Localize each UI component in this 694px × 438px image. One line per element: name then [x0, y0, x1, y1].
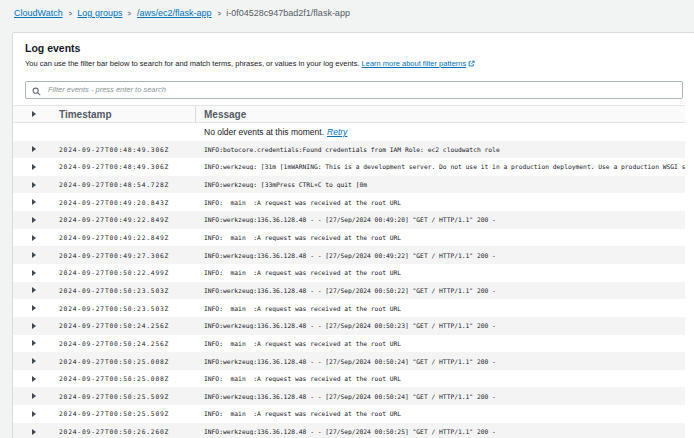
log-row: 2024-09-27T00:50:24.256Z INFO:werkzeug:1… — [13, 317, 685, 335]
log-table: Timestamp Message No older events at thi… — [13, 105, 685, 438]
log-message: INFO:__main__:A request was received at … — [196, 234, 685, 241]
notice-text: No older events at this moment. — [204, 127, 324, 137]
log-timestamp: 2024-09-27T00:50:24.256Z — [59, 322, 196, 329]
breadcrumb: CloudWatch > Log groups > /aws/ec2/flask… — [14, 8, 350, 18]
log-timestamp: 2024-09-27T00:50:22.499Z — [59, 269, 196, 276]
log-message: INFO:werkzeug: [33mPress CTRL+C to quit … — [196, 181, 685, 188]
log-message: INFO:werkzeug:136.36.128.48 - - [27/Sep/… — [196, 358, 685, 365]
log-timestamp: 2024-09-27T00:49:27.306Z — [59, 252, 196, 259]
log-events-card: Log events You can use the filter bar be… — [12, 32, 694, 438]
log-message: INFO:__main__:A request was received at … — [196, 269, 685, 276]
external-link-icon — [468, 60, 475, 69]
log-row: 2024-09-27T00:48:49.306Z INFO:botocore.c… — [13, 141, 685, 159]
log-message: INFO:werkzeug:136.36.128.48 - - [27/Sep/… — [196, 322, 685, 329]
log-timestamp: 2024-09-27T00:48:54.728Z — [59, 181, 196, 188]
expand-arrow-icon[interactable] — [32, 270, 36, 276]
description-text: You can use the filter bar below to sear… — [25, 59, 359, 68]
log-timestamp: 2024-09-27T00:50:23.503Z — [59, 287, 196, 294]
log-timestamp: 2024-09-27T00:50:24.256Z — [59, 340, 196, 347]
log-timestamp: 2024-09-27T00:50:23.503Z — [59, 305, 196, 312]
expand-arrow-icon[interactable] — [32, 429, 36, 435]
expand-arrow-icon[interactable] — [32, 235, 36, 241]
log-row: 2024-09-27T00:50:22.499Z INFO:__main__:A… — [13, 264, 685, 282]
log-row: 2024-09-27T00:50:25.509Z INFO:__main__:A… — [13, 405, 685, 423]
expand-arrow-icon[interactable] — [32, 340, 36, 346]
expand-arrow-icon[interactable] — [32, 164, 36, 170]
description: You can use the filter bar below to sear… — [25, 59, 683, 69]
expand-arrow-icon[interactable] — [32, 305, 36, 311]
log-timestamp: 2024-09-27T00:50:25.509Z — [59, 393, 196, 400]
page-title: Log events — [25, 42, 683, 54]
log-row: 2024-09-27T00:48:49.306Z INFO:werkzeug: … — [13, 158, 685, 176]
log-row: 2024-09-27T00:50:24.256Z INFO:__main__:A… — [13, 335, 685, 353]
log-timestamp: 2024-09-27T00:50:25.509Z — [59, 410, 196, 417]
breadcrumb-link-log-groups[interactable]: Log groups — [77, 8, 122, 18]
breadcrumb-link-cloudwatch[interactable]: CloudWatch — [14, 8, 63, 18]
log-message: INFO:werkzeug:136.36.128.48 - - [27/Sep/… — [196, 252, 685, 259]
log-row: 2024-09-27T00:49:22.849Z INFO:werkzeug:1… — [13, 211, 685, 229]
retry-link[interactable]: Retry — [327, 127, 347, 137]
log-timestamp: 2024-09-27T00:50:25.008Z — [59, 375, 196, 382]
expand-arrow-icon[interactable] — [32, 358, 36, 364]
log-message: INFO:werkzeug: [31m [1mWARNING: This is … — [196, 163, 685, 170]
expand-arrow-icon[interactable] — [32, 323, 36, 329]
breadcrumb-separator: > — [68, 9, 71, 18]
log-message: INFO:werkzeug:136.36.128.48 - - [27/Sep/… — [196, 287, 685, 294]
expand-arrow-icon[interactable] — [32, 393, 36, 399]
log-message: INFO:__main__:A request was received at … — [196, 410, 685, 417]
expand-arrow-icon[interactable] — [32, 287, 36, 293]
log-timestamp: 2024-09-27T00:49:22.849Z — [59, 216, 196, 223]
filter-bar — [25, 78, 683, 96]
log-row: 2024-09-27T00:49:27.306Z INFO:werkzeug:1… — [13, 246, 685, 264]
log-message: INFO:werkzeug:136.36.128.48 - - [27/Sep/… — [196, 428, 685, 435]
expand-arrow-icon[interactable] — [32, 411, 36, 417]
log-rows-container: 2024-09-27T00:48:49.306Z INFO:botocore.c… — [13, 141, 685, 438]
log-message: INFO:botocore.credentials:Found credenti… — [196, 146, 685, 153]
log-row: 2024-09-27T00:49:22.849Z INFO:__main__:A… — [13, 229, 685, 247]
log-timestamp: 2024-09-27T00:49:22.849Z — [59, 234, 196, 241]
breadcrumb-current: i-0f04528c947bad2f1/flask-app — [226, 8, 350, 18]
log-message: INFO:werkzeug:136.36.128.48 - - [27/Sep/… — [196, 216, 685, 223]
column-header-message: Message — [204, 109, 246, 120]
breadcrumb-link-log-group[interactable]: /aws/ec2/flask-app — [137, 8, 212, 18]
log-row: 2024-09-27T00:50:23.503Z INFO:werkzeug:1… — [13, 282, 685, 300]
expand-arrow-icon[interactable] — [32, 146, 36, 152]
learn-more-link[interactable]: Learn more about filter patterns — [362, 59, 467, 68]
expand-arrow-icon[interactable] — [32, 376, 36, 382]
log-message: INFO:__main__:A request was received at … — [196, 375, 685, 382]
log-row: 2024-09-27T00:49:20.843Z INFO:__main__:A… — [13, 193, 685, 211]
log-row: 2024-09-27T00:50:25.008Z INFO:werkzeug:1… — [13, 352, 685, 370]
log-message: INFO:__main__:A request was received at … — [196, 305, 685, 312]
log-row: 2024-09-27T00:48:54.728Z INFO:werkzeug: … — [13, 176, 685, 194]
log-timestamp: 2024-09-27T00:50:26.260Z — [59, 428, 196, 435]
log-row: 2024-09-27T00:50:25.509Z INFO:werkzeug:1… — [13, 387, 685, 405]
notice-row: No older events at this moment.Retry — [13, 123, 685, 141]
breadcrumb-separator: > — [128, 9, 131, 18]
log-message: INFO:werkzeug:136.36.128.48 - - [27/Sep/… — [196, 393, 685, 400]
column-header-timestamp: Timestamp — [59, 109, 112, 120]
log-row: 2024-09-27T00:50:25.008Z INFO:__main__:A… — [13, 370, 685, 388]
log-timestamp: 2024-09-27T00:48:49.306Z — [59, 163, 196, 170]
log-row: 2024-09-27T00:50:23.503Z INFO:__main__:A… — [13, 299, 685, 317]
expand-arrow-icon[interactable] — [32, 252, 36, 258]
expand-arrow-icon[interactable] — [32, 199, 36, 205]
log-timestamp: 2024-09-27T00:50:25.008Z — [59, 358, 196, 365]
log-timestamp: 2024-09-27T00:48:49.306Z — [59, 146, 196, 153]
log-timestamp: 2024-09-27T00:49:20.843Z — [59, 199, 196, 206]
expand-arrow-icon[interactable] — [32, 182, 36, 188]
log-row: 2024-09-27T00:50:26.260Z INFO:werkzeug:1… — [13, 423, 685, 438]
log-message: INFO:__main__:A request was received at … — [196, 199, 685, 206]
expand-all-arrow-icon[interactable] — [32, 111, 36, 117]
table-header-row: Timestamp Message — [13, 105, 685, 123]
log-message: INFO:__main__:A request was received at … — [196, 340, 685, 347]
filter-input[interactable] — [25, 81, 683, 99]
breadcrumb-separator: > — [217, 9, 220, 18]
expand-arrow-icon[interactable] — [32, 217, 36, 223]
